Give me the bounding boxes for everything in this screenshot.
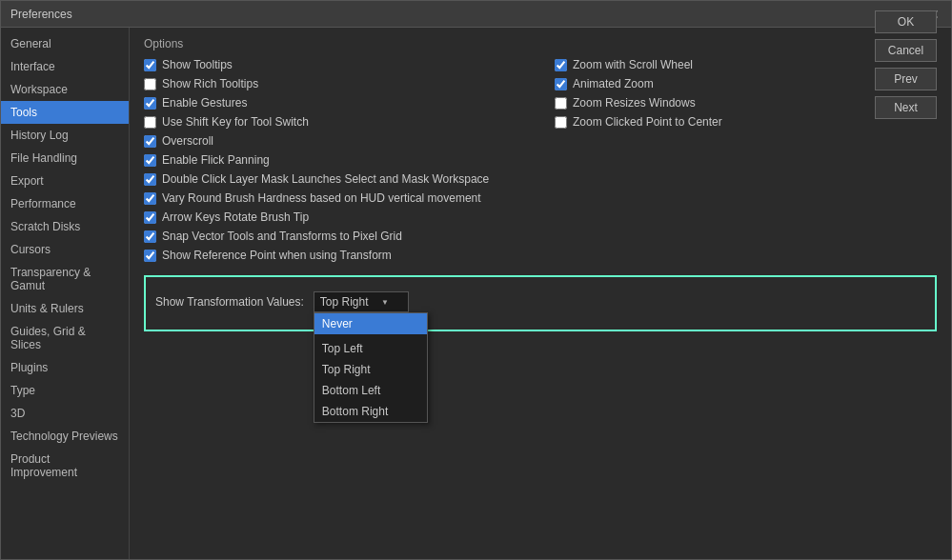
checkbox-animated-zoom[interactable]: [555, 78, 567, 90]
transform-values-row: Show Transformation Values: Top Right ▼ …: [155, 291, 925, 312]
select-value: Top Right: [320, 295, 369, 309]
sidebar-item-plugins[interactable]: Plugins: [1, 356, 129, 379]
transformation-section: Show Transformation Values: Top Right ▼ …: [144, 275, 937, 331]
sidebar: GeneralInterfaceWorkspaceToolsHistory Lo…: [1, 28, 130, 559]
checkbox-label-snap-vector-tools: Snap Vector Tools and Transforms to Pixe…: [162, 230, 402, 243]
sidebar-item-general[interactable]: General: [1, 32, 129, 55]
checkbox-double-click-layer-mask[interactable]: [144, 173, 156, 186]
checkbox-label-zoom-resizes-windows: Zoom Resizes Windows: [573, 96, 696, 110]
main-panel: Options Show TooltipsShow Rich TooltipsE…: [130, 28, 951, 559]
next-button[interactable]: Next: [875, 96, 937, 119]
sidebar-item-units-rulers[interactable]: Units & Rulers: [1, 297, 129, 320]
checkbox-label-enable-flick-panning: Enable Flick Panning: [162, 153, 270, 167]
dropdown-item-top-right[interactable]: Top Right: [314, 359, 427, 380]
checkbox-label-animated-zoom: Animated Zoom: [573, 77, 654, 90]
checkbox-overscroll[interactable]: [144, 135, 156, 148]
checkbox-zoom-resizes-windows[interactable]: [555, 97, 567, 110]
checkbox-snap-vector-tools[interactable]: [144, 230, 156, 243]
prev-button[interactable]: Prev: [875, 68, 937, 90]
sidebar-item-performance[interactable]: Performance: [1, 192, 129, 215]
buttons-panel: OK Cancel Prev Next: [875, 28, 937, 119]
checkbox-label-overscroll: Overscroll: [162, 134, 213, 148]
checkbox-row-enable-gestures: Enable Gestures: [144, 96, 526, 110]
sidebar-item-file-handling[interactable]: File Handling: [1, 147, 129, 170]
checkbox-row-show-tooltips: Show Tooltips: [144, 58, 526, 71]
checkbox-label-show-rich-tooltips: Show Rich Tooltips: [162, 77, 258, 90]
checkbox-show-reference-point[interactable]: [144, 250, 156, 262]
sidebar-item-transparency-gamut[interactable]: Transparency & Gamut: [1, 261, 129, 297]
checkbox-row-overscroll: Overscroll: [144, 134, 526, 148]
checkbox-label-enable-gestures: Enable Gestures: [162, 96, 247, 110]
sidebar-item-workspace[interactable]: Workspace: [1, 78, 129, 101]
dialog-content: GeneralInterfaceWorkspaceToolsHistory Lo…: [1, 28, 951, 559]
sidebar-item-history-log[interactable]: History Log: [1, 124, 129, 147]
options-heading: Options: [144, 37, 937, 50]
ok-button[interactable]: OK: [875, 28, 937, 33]
checkbox-label-zoom-scroll-wheel: Zoom with Scroll Wheel: [573, 58, 693, 71]
checkbox-label-zoom-clicked-point: Zoom Clicked Point to Center: [573, 115, 722, 129]
dropdown-item-top-left[interactable]: Top Left: [314, 338, 427, 359]
checkbox-enable-flick-panning[interactable]: [144, 154, 156, 167]
dropdown-item-bottom-right[interactable]: Bottom Right: [314, 401, 427, 422]
checkbox-show-tooltips[interactable]: [144, 59, 156, 71]
sidebar-item-type[interactable]: Type: [1, 379, 129, 402]
checkbox-row-vary-round-brush: Vary Round Brush Hardness based on HUD v…: [144, 191, 526, 205]
sidebar-item-export[interactable]: Export: [1, 170, 129, 192]
checkbox-row-snap-vector-tools: Snap Vector Tools and Transforms to Pixe…: [144, 230, 526, 243]
sidebar-item-technology-previews[interactable]: Technology Previews: [1, 425, 129, 448]
cancel-button[interactable]: Cancel: [875, 39, 937, 62]
checkbox-vary-round-brush[interactable]: [144, 192, 156, 205]
checkbox-arrow-keys-rotate[interactable]: [144, 211, 156, 224]
dropdown-item-bottom-left[interactable]: Bottom Left: [314, 380, 427, 401]
sidebar-item-scratch-disks[interactable]: Scratch Disks: [1, 215, 129, 238]
checkbox-label-double-click-layer-mask: Double Click Layer Mask Launches Select …: [162, 172, 489, 186]
checkbox-enable-gestures[interactable]: [144, 97, 156, 110]
checkbox-row-enable-flick-panning: Enable Flick Panning: [144, 153, 526, 167]
checkbox-use-shift-key[interactable]: [144, 116, 156, 129]
transformation-select[interactable]: Top Right ▼: [314, 291, 409, 312]
dialog-title: Preferences: [10, 8, 72, 21]
checkbox-row-use-shift-key: Use Shift Key for Tool Switch: [144, 115, 526, 129]
preferences-dialog: Preferences ✕ GeneralInterfaceWorkspaceT…: [0, 0, 952, 560]
dropdown-arrow-icon: ▼: [381, 298, 389, 307]
checkbox-label-arrow-keys-rotate: Arrow Keys Rotate Brush Tip: [162, 210, 309, 224]
sidebar-item-tools[interactable]: Tools: [1, 101, 129, 124]
checkbox-row-double-click-layer-mask: Double Click Layer Mask Launches Select …: [144, 172, 526, 186]
sidebar-item-cursors[interactable]: Cursors: [1, 238, 129, 261]
checkbox-zoom-scroll-wheel[interactable]: [555, 59, 567, 71]
select-wrapper: Top Right ▼ NeverTop LeftTop RightBottom…: [314, 291, 409, 312]
transform-label: Show Transformation Values:: [155, 295, 304, 309]
checkbox-label-show-reference-point: Show Reference Point when using Transfor…: [162, 249, 392, 262]
dropdown-menu: NeverTop LeftTop RightBottom LeftBottom …: [314, 312, 428, 423]
checkbox-zoom-clicked-point[interactable]: [555, 116, 567, 129]
title-bar: Preferences ✕: [1, 1, 951, 28]
sidebar-item-interface[interactable]: Interface: [1, 55, 129, 78]
checkbox-label-vary-round-brush: Vary Round Brush Hardness based on HUD v…: [162, 191, 481, 205]
sidebar-item-guides-grid[interactable]: Guides, Grid & Slices: [1, 320, 129, 356]
dropdown-item-never[interactable]: Never: [314, 313, 427, 334]
checkbox-row-show-rich-tooltips: Show Rich Tooltips: [144, 77, 526, 90]
checkbox-row-show-reference-point: Show Reference Point when using Transfor…: [144, 249, 526, 262]
sidebar-item-3d[interactable]: 3D: [1, 402, 129, 425]
checkbox-show-rich-tooltips[interactable]: [144, 78, 156, 90]
left-checkboxes: Show TooltipsShow Rich TooltipsEnable Ge…: [144, 58, 526, 268]
checkbox-label-show-tooltips: Show Tooltips: [162, 58, 233, 71]
sidebar-item-product-improvement[interactable]: Product Improvement: [1, 448, 129, 484]
checkbox-row-arrow-keys-rotate: Arrow Keys Rotate Brush Tip: [144, 210, 526, 224]
checkbox-label-use-shift-key: Use Shift Key for Tool Switch: [162, 115, 309, 129]
